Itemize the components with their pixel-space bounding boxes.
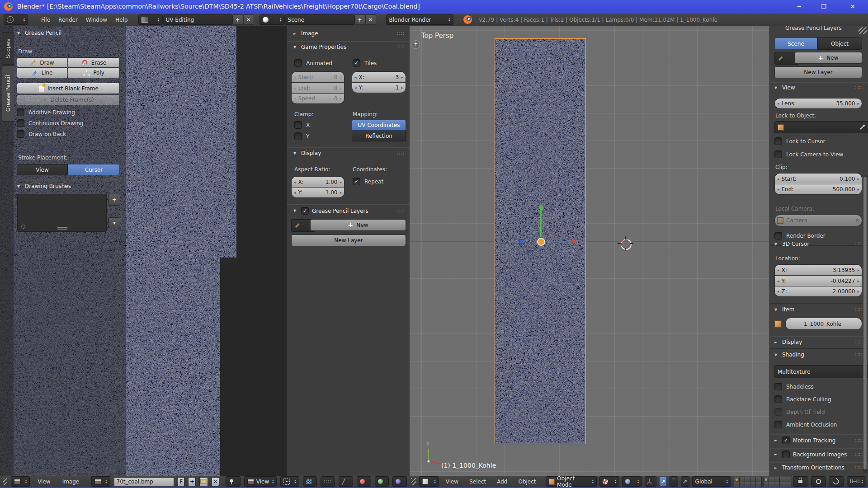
layer-group-2[interactable] [763,477,790,487]
image-name-field[interactable]: 70t_coal.bmp [114,477,174,486]
panel-3d-cursor-header[interactable]: 3D Cursor [774,241,863,247]
aspect-y-field[interactable]: ◂Y:1.00▸ [291,187,344,198]
layers-widget[interactable] [734,477,790,487]
lock-to-cursor-checkbox[interactable]: Lock to Cursor [774,137,825,145]
brush-list-resize-icon[interactable] [21,225,25,229]
backface-culling-checkbox[interactable]: Backface Culling [774,395,831,403]
manipulator-y-arrowhead[interactable] [538,204,544,209]
render-border-checkbox[interactable]: Render Border [774,232,826,239]
tab-grease-pencil[interactable]: Grease Pencil [2,66,14,122]
draw-on-back-checkbox[interactable]: Draw on Back [17,130,66,138]
gp-erase-button[interactable]: Erase [68,57,120,68]
new-layer-button[interactable]: New Layer [774,66,862,78]
region-toggle-plus-button[interactable]: + [411,40,420,49]
window-type-button[interactable]: i [4,14,28,25]
blender-splash-icon[interactable] [463,15,472,24]
shading-mode-select[interactable]: Multitexture [774,365,868,378]
menu-help[interactable]: Help [111,17,132,23]
panel-grip-icon[interactable] [113,183,121,189]
pivot-point-select[interactable] [280,476,299,487]
panel-grease-pencil-header[interactable]: Grease Pencil [17,30,121,36]
panel-grip-icon[interactable] [855,465,863,471]
cursor-y-field[interactable]: ◂Y:-0.04227▸ [774,275,862,286]
mapping-uv-button[interactable]: UV Coordinates [352,120,406,131]
stroke-cursor-toggle[interactable]: Cursor [68,164,120,175]
panel-grip-icon[interactable] [397,30,405,37]
clamp-y-checkbox[interactable]: Y [294,132,309,140]
scrollbar-track[interactable] [863,175,867,473]
anim-end-field[interactable]: ◂End:0▸ [291,82,344,93]
menu-render[interactable]: Render [54,17,82,23]
editor-type-button[interactable] [11,476,30,487]
panel-display-header[interactable]: Display [774,339,863,345]
add-layout-button[interactable]: + [232,14,243,25]
delete-scene-button[interactable]: ✕ [365,14,376,25]
panel-display-header[interactable]: Display [293,150,405,156]
channel-green-button[interactable] [375,476,389,487]
panel-grip-icon[interactable] [855,451,863,458]
manipulator-z-handle[interactable] [519,239,524,244]
add-scene-button[interactable]: + [354,14,365,25]
panel-grip-icon[interactable] [855,352,863,358]
new-image-button[interactable]: + [188,477,196,486]
tiles-x-field[interactable]: ◂X:3▸ [352,71,406,82]
proportional-edit-select[interactable]: H⊣H [847,476,866,487]
clamp-x-checkbox[interactable]: X [294,121,310,129]
region-corner-grip[interactable] [3,478,7,485]
panel-grip-icon[interactable] [397,208,405,214]
x-icon[interactable]: ✕ [855,217,859,224]
clip-end-field[interactable]: ◂End:500.000▸ [774,184,862,195]
manipulator-translate-toggle[interactable]: ↗ [659,477,667,486]
continuous-drawing-checkbox[interactable]: Continuous Drawing [17,119,84,127]
delete-layout-button[interactable]: ✕ [243,14,254,25]
gp-layers-checkbox[interactable]: ✓ [301,207,309,215]
uv-menu-image[interactable]: Image [58,479,84,485]
lock-object-field[interactable] [774,121,868,133]
lock-modes-button[interactable] [793,476,808,487]
open-image-button[interactable] [199,477,208,486]
panel-grip-icon[interactable] [855,437,863,444]
panel-grip-icon[interactable] [113,30,121,36]
panel-gp-layers-header[interactable]: ✓ Grease Pencil Layers [293,207,405,215]
gp-new-button[interactable]: New [310,219,406,231]
panel-shading-header[interactable]: Shading [774,352,863,358]
local-camera-field[interactable]: Camera ✕ [774,215,862,226]
panel-motion-tracking-header[interactable]: ✓ Motion Tracking [774,436,863,444]
brush-list[interactable] [17,194,107,232]
additive-drawing-checkbox[interactable]: Additive Drawing [17,108,75,116]
panel-image-header[interactable]: Image [293,30,405,37]
cursor-z-field[interactable]: ◂Z:2.00000▸ [774,286,862,297]
panel-drawing-brushes-header[interactable]: Drawing Brushes [17,183,121,189]
delete-frame-button[interactable]: ✕ Delete Frame(s) [17,94,120,105]
viewport-shading-select[interactable] [599,476,619,487]
panel-grip-icon[interactable] [397,44,405,50]
mode-select[interactable]: Object Mode [546,476,597,487]
orientation-select[interactable]: Global [692,476,731,487]
render-engine-select[interactable]: Blender Render [386,14,453,25]
v3d-menu-view[interactable]: View [442,479,462,485]
panel-grip-icon[interactable] [397,150,405,156]
panel-view-header[interactable]: View [774,84,863,91]
v3d-menu-add[interactable]: Add [493,479,511,485]
manipulator-x-axis[interactable] [545,241,572,242]
uv-image-editor[interactable]: Scopes Grease Pencil Grease Pencil Draw:… [0,26,410,476]
tab-object[interactable]: Object [817,38,862,50]
render-preview-button[interactable] [811,476,826,487]
menu-window[interactable]: Window [82,17,111,23]
stencil-toggle[interactable]: ╱ [339,476,353,487]
item-name-field[interactable]: 1_1000_Kohle [785,318,862,330]
repeat-checkbox[interactable]: ✓Repeat [353,178,383,185]
close-button[interactable]: ✕ [842,1,863,12]
panel-grip-icon[interactable] [855,306,863,313]
gp-draw-button[interactable]: Draw [17,57,67,68]
manipulator-y-axis[interactable] [540,208,542,237]
region-corner-grip[interactable] [859,27,867,34]
panel-transform-orientations-header[interactable]: Transform Orientations [774,465,863,471]
tab-scopes[interactable]: Scopes [2,32,14,65]
ambient-occlusion-checkbox[interactable]: Ambient Occlusion [774,421,837,428]
shadeless-checkbox[interactable]: Shadeless [774,383,814,390]
gp-new-layer-button[interactable]: New Layer [291,235,406,246]
tiles-checkbox[interactable]: ✓Tiles [353,59,377,67]
manipulator-rotate-toggle[interactable]: ⌒ [670,476,678,487]
menu-file[interactable]: File [37,17,54,23]
